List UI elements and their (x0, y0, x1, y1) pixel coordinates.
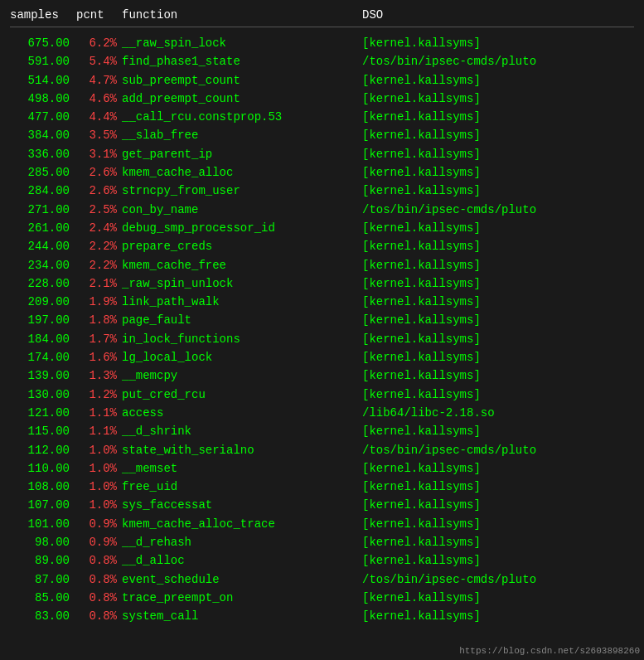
cell-function: __slab_free (122, 127, 362, 143)
cell-pcnt: 3.5% (76, 127, 122, 143)
cell-pcnt: 0.8% (76, 552, 122, 569)
cell-function: kmem_cache_alloc (122, 164, 362, 181)
table-row: 101.00 0.9% kmem_cache_alloc_trace [kern… (10, 515, 634, 533)
cell-function: state_with_serialno (122, 442, 362, 459)
cell-samples: 384.00 (10, 127, 76, 143)
cell-pcnt: 1.3% (76, 367, 122, 384)
cell-pcnt: 1.6% (76, 349, 122, 366)
table-row: 112.00 1.0% state_with_serialno /tos/bin… (10, 441, 634, 459)
cell-pcnt: 1.0% (76, 460, 122, 477)
table-row: 514.00 4.7% sub_preempt_count [kernel.ka… (10, 71, 634, 90)
table-row: 98.00 0.9% __d_rehash [kernel.kallsyms] (10, 533, 634, 551)
cell-function: add_preempt_count (122, 90, 362, 107)
cell-samples: 284.00 (10, 182, 76, 199)
header-pcnt: pcnt (76, 8, 122, 22)
table-row: 83.00 0.8% system_call [kernel.kallsyms] (10, 607, 634, 625)
cell-function: prepare_creds (122, 238, 362, 255)
cell-dso: [kernel.kallsyms] (362, 534, 634, 551)
table-row: 139.00 1.3% __memcpy [kernel.kallsyms] (10, 366, 634, 385)
cell-dso: [kernel.kallsyms] (362, 367, 634, 384)
cell-function: debug_smp_processor_id (122, 220, 362, 236)
table-row: 591.00 5.4% find_phase1_state /tos/bin/i… (10, 52, 634, 70)
cell-dso: [kernel.kallsyms] (362, 478, 634, 495)
cell-samples: 244.00 (10, 238, 76, 255)
cell-dso: [kernel.kallsyms] (362, 423, 634, 439)
cell-dso: /tos/bin/ipsec-cmds/pluto (362, 201, 634, 218)
cell-pcnt: 1.0% (76, 442, 122, 459)
cell-pcnt: 0.9% (76, 534, 122, 551)
cell-pcnt: 4.6% (76, 90, 122, 107)
cell-samples: 85.00 (10, 590, 76, 606)
cell-function: trace_preempt_on (122, 590, 362, 606)
cell-samples: 110.00 (10, 460, 76, 477)
table-row: 197.00 1.8% page_fault [kernel.kallsyms] (10, 311, 634, 329)
cell-pcnt: 2.6% (76, 182, 122, 199)
cell-dso: [kernel.kallsyms] (362, 220, 634, 236)
cell-function: in_lock_functions (122, 331, 362, 347)
cell-pcnt: 2.5% (76, 201, 122, 218)
cell-dso: [kernel.kallsyms] (362, 238, 634, 255)
header-dso: DSO (362, 8, 634, 22)
cell-dso: /tos/bin/ipsec-cmds/pluto (362, 53, 634, 70)
cell-pcnt: 1.1% (76, 405, 122, 421)
cell-dso: [kernel.kallsyms] (362, 386, 634, 403)
cell-function: get_parent_ip (122, 146, 362, 163)
cell-samples: 209.00 (10, 294, 76, 310)
cell-function: page_fault (122, 312, 362, 328)
cell-samples: 498.00 (10, 90, 76, 107)
cell-function: __raw_spin_lock (122, 35, 362, 51)
cell-samples: 98.00 (10, 534, 76, 551)
cell-dso: [kernel.kallsyms] (362, 312, 634, 328)
cell-function: kmem_cache_alloc_trace (122, 516, 362, 532)
table-row: 108.00 1.0% free_uid [kernel.kallsyms] (10, 478, 634, 496)
cell-samples: 197.00 (10, 312, 76, 328)
cell-pcnt: 0.9% (76, 516, 122, 532)
cell-samples: 112.00 (10, 442, 76, 459)
cell-dso: [kernel.kallsyms] (362, 608, 634, 624)
cell-dso: /lib64/libc-2.18.so (362, 405, 634, 421)
cell-pcnt: 1.0% (76, 497, 122, 513)
cell-dso: [kernel.kallsyms] (362, 257, 634, 274)
cell-pcnt: 1.0% (76, 478, 122, 495)
cell-function: sys_faccessat (122, 497, 362, 513)
cell-samples: 130.00 (10, 386, 76, 403)
cell-function: kmem_cache_free (122, 257, 362, 274)
cell-function: put_cred_rcu (122, 386, 362, 403)
table-row: 336.00 3.1% get_parent_ip [kernel.kallsy… (10, 145, 634, 163)
cell-dso: [kernel.kallsyms] (362, 497, 634, 513)
cell-pcnt: 3.1% (76, 146, 122, 163)
table-row: 85.00 0.8% trace_preempt_on [kernel.kall… (10, 589, 634, 607)
table-row: 284.00 2.6% strncpy_from_user [kernel.ka… (10, 182, 634, 200)
cell-samples: 234.00 (10, 257, 76, 274)
cell-dso: [kernel.kallsyms] (362, 331, 634, 347)
table-row: 115.00 1.1% __d_shrink [kernel.kallsyms] (10, 422, 634, 440)
table-row: 498.00 4.6% add_preempt_count [kernel.ka… (10, 90, 634, 108)
cell-samples: 228.00 (10, 275, 76, 292)
cell-samples: 83.00 (10, 608, 76, 624)
cell-dso: [kernel.kallsyms] (362, 552, 634, 569)
cell-pcnt: 2.4% (76, 220, 122, 236)
table-row: 477.00 4.4% __call_rcu.constprop.53 [ker… (10, 108, 634, 126)
cell-pcnt: 2.1% (76, 275, 122, 292)
table-row: 285.00 2.6% kmem_cache_alloc [kernel.kal… (10, 163, 634, 182)
cell-dso: [kernel.kallsyms] (362, 590, 634, 606)
cell-samples: 285.00 (10, 164, 76, 181)
table-row: 271.00 2.5% con_by_name /tos/bin/ipsec-c… (10, 201, 634, 219)
cell-samples: 675.00 (10, 35, 76, 51)
cell-function: con_by_name (122, 201, 362, 218)
cell-pcnt: 4.4% (76, 109, 122, 125)
header-samples: samples (10, 8, 76, 22)
cell-function: free_uid (122, 478, 362, 495)
table-row: 184.00 1.7% in_lock_functions [kernel.ka… (10, 330, 634, 348)
cell-samples: 107.00 (10, 497, 76, 513)
cell-pcnt: 2.2% (76, 238, 122, 255)
cell-pcnt: 2.2% (76, 257, 122, 274)
table-row: 110.00 1.0% __memset [kernel.kallsyms] (10, 459, 634, 478)
cell-pcnt: 0.8% (76, 608, 122, 624)
cell-samples: 101.00 (10, 516, 76, 532)
cell-function: strncpy_from_user (122, 182, 362, 199)
cell-pcnt: 0.8% (76, 571, 122, 588)
table-row: 209.00 1.9% link_path_walk [kernel.kalls… (10, 293, 634, 311)
cell-dso: [kernel.kallsyms] (362, 349, 634, 366)
cell-samples: 591.00 (10, 53, 76, 70)
